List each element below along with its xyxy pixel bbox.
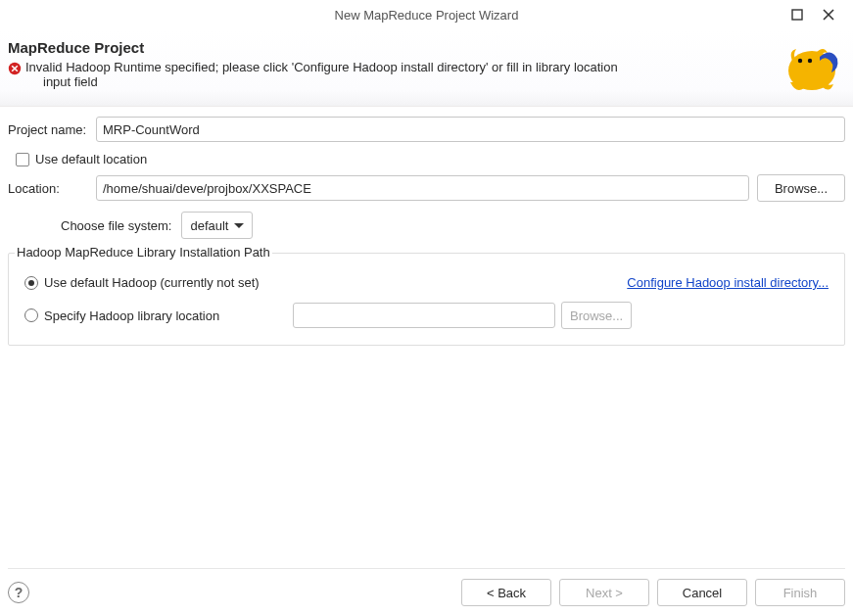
radio-use-default-label[interactable]: Use default Hadoop (currently not set) — [44, 275, 260, 290]
error-icon — [8, 62, 22, 75]
radio-specify-row: Specify Hadoop library location Browse..… — [24, 302, 829, 329]
radio-default-row: Use default Hadoop (currently not set) C… — [24, 275, 829, 290]
location-row: Location: Browse... — [8, 174, 845, 202]
next-button: Next > — [559, 579, 649, 606]
svg-point-9 — [808, 59, 812, 63]
hadoop-path-input[interactable] — [293, 303, 555, 328]
configure-hadoop-link[interactable]: Configure Hadoop install directory... — [627, 275, 829, 290]
help-icon[interactable]: ? — [8, 582, 29, 603]
cancel-button[interactable]: Cancel — [657, 579, 747, 606]
use-default-location-checkbox[interactable] — [16, 153, 29, 166]
svg-point-8 — [798, 59, 802, 63]
chevron-down-icon — [234, 223, 244, 228]
wizard-banner: MapReduce Project Invalid Hadoop Runtime… — [0, 29, 853, 107]
window-controls — [788, 0, 847, 29]
project-name-row: Project name: — [8, 117, 845, 142]
browse-location-button[interactable]: Browse... — [757, 174, 845, 202]
hadoop-library-group: Hadoop MapReduce Library Installation Pa… — [8, 253, 845, 346]
error-text-line2: input field — [25, 74, 618, 89]
close-icon[interactable] — [820, 6, 837, 24]
error-text-line1: Invalid Hadoop Runtime specified; please… — [25, 60, 618, 74]
group-title: Hadoop MapReduce Library Installation Pa… — [15, 245, 272, 260]
hadoop-logo-icon — [782, 39, 841, 98]
back-button[interactable]: < Back — [461, 579, 551, 606]
finish-button: Finish — [755, 579, 845, 606]
page-title: MapReduce Project — [8, 39, 771, 56]
project-name-label: Project name: — [8, 122, 88, 137]
radio-specify-hadoop[interactable] — [24, 308, 38, 322]
wizard-content: Project name: Use default location Locat… — [0, 107, 853, 346]
maximize-icon[interactable] — [788, 6, 806, 24]
radio-specify-label[interactable]: Specify Hadoop library location — [44, 308, 287, 323]
title-bar: New MapReduce Project Wizard — [0, 0, 853, 29]
location-input[interactable] — [96, 175, 749, 201]
filesystem-combo[interactable]: default — [181, 212, 253, 239]
location-label: Location: — [8, 181, 88, 196]
project-name-input[interactable] — [96, 117, 845, 142]
wizard-footer: ? < Back Next > Cancel Finish — [8, 568, 845, 606]
filesystem-value: default — [190, 218, 228, 233]
filesystem-row: Choose file system: default — [8, 212, 845, 239]
browse-hadoop-button: Browse... — [561, 302, 632, 329]
svg-point-7 — [794, 54, 814, 71]
window-title: New MapReduce Project Wizard — [335, 8, 519, 23]
radio-use-default-hadoop[interactable] — [24, 276, 38, 290]
use-default-location-row: Use default location — [8, 152, 845, 166]
choose-filesystem-label: Choose file system: — [61, 218, 171, 233]
error-message: Invalid Hadoop Runtime specified; please… — [8, 60, 771, 89]
svg-rect-0 — [792, 10, 802, 20]
use-default-location-label[interactable]: Use default location — [35, 152, 147, 166]
